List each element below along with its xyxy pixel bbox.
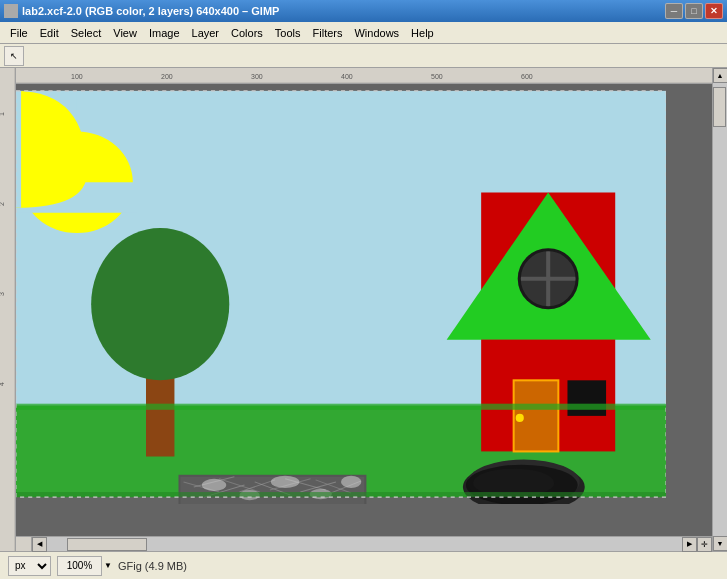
ruler-corner [16,537,32,551]
menu-file[interactable]: File [4,25,34,41]
toolbar: ↖ [0,44,727,68]
vertical-scroll-thumb[interactable] [713,87,726,127]
svg-text:100: 100 [71,73,83,80]
horizontal-scrollbar[interactable]: ◀ ▶ [32,537,697,551]
canvas-column: 100 200 300 400 500 600 [16,68,712,551]
horizontal-scroll-thumb[interactable] [67,538,147,551]
svg-text:3: 3 [0,292,5,296]
status-info: GFig (4.9 MB) [118,560,187,572]
zoom-input[interactable] [57,556,102,576]
zoom-selector: ▼ [57,556,112,576]
canvas-area[interactable] [16,84,712,536]
window-title: lab2.xcf-2.0 (RGB color, 2 layers) 640x4… [22,5,279,17]
scroll-corner: ✛ [697,537,712,552]
scroll-right-button[interactable]: ▶ [682,537,697,552]
status-bar: px in mm ▼ GFig (4.9 MB) [0,551,727,579]
toolbar-arrow[interactable]: ↖ [4,46,24,66]
svg-text:1: 1 [0,112,5,116]
close-button[interactable]: ✕ [705,3,723,19]
scroll-up-button[interactable]: ▲ [713,68,728,83]
scroll-left-button[interactable]: ◀ [32,537,47,552]
canvas-svg [16,84,666,504]
svg-point-19 [91,228,229,380]
svg-text:500: 500 [431,73,443,80]
menu-view[interactable]: View [107,25,143,41]
menu-bar: File Edit Select View Image Layer Colors… [0,22,727,44]
svg-point-29 [516,414,524,422]
menu-windows[interactable]: Windows [348,25,405,41]
svg-text:4: 4 [0,382,5,386]
svg-point-46 [202,479,226,491]
unit-selector: px in mm [8,556,51,576]
menu-colors[interactable]: Colors [225,25,269,41]
svg-text:300: 300 [251,73,263,80]
svg-text:200: 200 [161,73,173,80]
horizontal-scroll-track [47,537,682,551]
vertical-scrollbar[interactable]: ▲ ▼ [712,68,727,551]
title-bar: lab2.xcf-2.0 (RGB color, 2 layers) 640x4… [0,0,727,22]
ruler-left: 1 2 3 4 [0,68,16,551]
minimize-button[interactable]: ─ [665,3,683,19]
menu-edit[interactable]: Edit [34,25,65,41]
svg-rect-30 [567,380,606,416]
ruler-top: 100 200 300 400 500 600 [16,68,712,84]
app-icon [4,4,18,18]
svg-text:600: 600 [521,73,533,80]
menu-image[interactable]: Image [143,25,186,41]
menu-layer[interactable]: Layer [186,25,226,41]
unit-dropdown[interactable]: px in mm [8,556,51,576]
menu-help[interactable]: Help [405,25,440,41]
menu-filters[interactable]: Filters [307,25,349,41]
svg-text:400: 400 [341,73,353,80]
canvas-wrapper [16,84,712,536]
svg-point-48 [271,476,299,488]
bottom-scrollbar-area: ◀ ▶ ✛ [16,536,712,551]
svg-text:2: 2 [0,202,5,206]
svg-rect-54 [16,492,666,497]
svg-rect-17 [16,91,21,208]
menu-tools[interactable]: Tools [269,25,307,41]
zoom-arrow[interactable]: ▼ [104,561,112,570]
scroll-down-button[interactable]: ▼ [713,536,728,551]
maximize-button[interactable]: □ [685,3,703,19]
menu-select[interactable]: Select [65,25,108,41]
svg-point-50 [341,476,361,488]
svg-rect-53 [16,404,666,410]
main-area: 1 2 3 4 100 200 300 400 500 600 [0,68,727,551]
vertical-scroll-track [713,83,727,536]
